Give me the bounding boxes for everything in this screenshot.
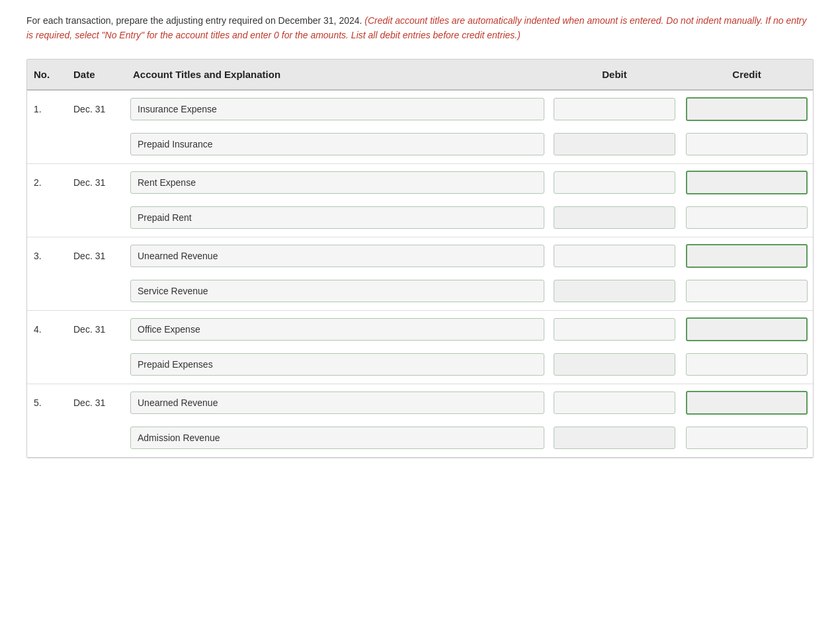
entry-row-2-credit <box>27 201 813 237</box>
entry-row-5-credit <box>27 421 813 457</box>
entry-4-debit-sub-cell <box>548 353 681 376</box>
entry-1-debit-account-cell <box>126 98 548 120</box>
entry-1-no: 1. <box>27 104 67 114</box>
entry-3-credit-sub-input[interactable] <box>686 280 808 302</box>
entry-5-debit-input[interactable] <box>554 392 675 414</box>
entry-1-debit-account-input[interactable] <box>130 98 544 120</box>
entry-5-debit-sub-cell <box>548 427 681 449</box>
entry-4-debit-account-input[interactable] <box>130 318 544 341</box>
table-header: No. Date Account Titles and Explanation … <box>27 60 813 91</box>
entry-row-1-credit <box>27 128 813 163</box>
entry-1-date: Dec. 31 <box>67 104 126 114</box>
entry-2-credit-input[interactable] <box>686 171 808 194</box>
entry-3-no: 3. <box>27 251 67 261</box>
entry-5-credit-sub-input[interactable] <box>686 427 808 449</box>
entry-4-debit-cell <box>548 318 681 341</box>
entry-5-credit-account-input[interactable] <box>130 427 544 449</box>
entry-3-debit-cell <box>548 245 681 267</box>
entry-4-debit-account-cell <box>126 318 548 341</box>
entry-2-debit-sub-cell <box>548 206 681 229</box>
entry-3-date: Dec. 31 <box>67 251 126 261</box>
entry-row-4-credit <box>27 348 813 384</box>
col-header-account: Account Titles and Explanation <box>126 60 548 89</box>
entry-1-credit-input[interactable] <box>686 97 808 121</box>
entry-5-no: 5. <box>27 397 67 408</box>
entry-group-5: 5. Dec. 31 <box>27 384 813 458</box>
entry-5-debit-account-cell <box>126 392 548 414</box>
instructions-main: For each transaction, prepare the adjust… <box>26 15 362 26</box>
entry-4-credit-account-cell <box>126 353 548 376</box>
entry-5-debit-sub-input[interactable] <box>554 427 675 449</box>
entry-row-4-debit: 4. Dec. 31 <box>27 311 813 348</box>
entry-4-credit-sub-input[interactable] <box>686 353 808 376</box>
entry-group-3: 3. Dec. 31 <box>27 237 813 311</box>
entry-4-debit-input[interactable] <box>554 318 675 341</box>
entry-3-debit-sub-input[interactable] <box>554 280 675 302</box>
entry-row-3-debit: 3. Dec. 31 <box>27 237 813 274</box>
entry-5-date: Dec. 31 <box>67 397 126 408</box>
entry-1-credit-account-cell <box>126 133 548 155</box>
entry-3-credit-account-cell <box>126 280 548 302</box>
entry-2-no: 2. <box>27 177 67 188</box>
entry-4-credit-cell <box>681 317 813 341</box>
entry-2-credit-cell <box>681 171 813 194</box>
col-header-credit: Credit <box>681 60 813 89</box>
adjusting-entries-table: No. Date Account Titles and Explanation … <box>26 59 814 458</box>
instructions: For each transaction, prepare the adjust… <box>26 13 814 43</box>
entry-2-debit-input[interactable] <box>554 171 675 194</box>
entry-3-credit-cell <box>681 244 813 268</box>
entry-5-credit-input[interactable] <box>686 391 808 415</box>
entry-3-credit-sub-cell <box>681 280 813 302</box>
entry-5-debit-cell <box>548 392 681 414</box>
entry-4-credit-input[interactable] <box>686 317 808 341</box>
entry-2-credit-sub-input[interactable] <box>686 206 808 229</box>
entry-2-credit-account-cell <box>126 206 548 229</box>
entry-3-credit-input[interactable] <box>686 244 808 268</box>
entry-2-debit-cell <box>548 171 681 194</box>
entry-2-credit-account-input[interactable] <box>130 206 544 229</box>
entry-1-credit-account-input[interactable] <box>130 133 544 155</box>
entry-2-debit-sub-input[interactable] <box>554 206 675 229</box>
col-header-no: No. <box>27 60 67 89</box>
entry-3-debit-account-input[interactable] <box>130 245 544 267</box>
entry-row-3-credit <box>27 274 813 310</box>
entry-5-credit-cell <box>681 391 813 415</box>
entry-row-5-debit: 5. Dec. 31 <box>27 384 813 421</box>
entry-4-debit-sub-input[interactable] <box>554 353 675 376</box>
entry-row-1-debit: 1. Dec. 31 <box>27 91 813 128</box>
entry-4-credit-account-input[interactable] <box>130 353 544 376</box>
entry-5-credit-account-cell <box>126 427 548 449</box>
entry-4-credit-sub-cell <box>681 353 813 376</box>
entry-5-credit-sub-cell <box>681 427 813 449</box>
entry-3-debit-input[interactable] <box>554 245 675 267</box>
entry-2-debit-account-cell <box>126 171 548 194</box>
entry-group-1: 1. Dec. 31 <box>27 91 813 164</box>
entry-1-debit-input[interactable] <box>554 98 675 120</box>
col-header-debit: Debit <box>548 60 681 89</box>
entry-group-4: 4. Dec. 31 <box>27 311 813 384</box>
entry-4-date: Dec. 31 <box>67 324 126 335</box>
entry-row-2-debit: 2. Dec. 31 <box>27 164 813 201</box>
entry-3-credit-account-input[interactable] <box>130 280 544 302</box>
entry-1-credit-cell <box>681 97 813 121</box>
entry-4-no: 4. <box>27 324 67 335</box>
entry-group-2: 2. Dec. 31 <box>27 164 813 237</box>
entry-1-debit-sub-input[interactable] <box>554 133 675 155</box>
col-header-date: Date <box>67 60 126 89</box>
entry-2-credit-sub-cell <box>681 206 813 229</box>
entry-5-debit-account-input[interactable] <box>130 392 544 414</box>
entry-3-debit-account-cell <box>126 245 548 267</box>
entry-3-debit-sub-cell <box>548 280 681 302</box>
table-body: 1. Dec. 31 <box>27 91 813 458</box>
entry-1-debit-sub-cell <box>548 133 681 155</box>
entry-2-debit-account-input[interactable] <box>130 171 544 194</box>
entry-2-date: Dec. 31 <box>67 177 126 188</box>
entry-1-debit-cell <box>548 98 681 120</box>
entry-1-credit-sub-cell <box>681 133 813 155</box>
entry-1-credit-sub-input[interactable] <box>686 133 808 155</box>
